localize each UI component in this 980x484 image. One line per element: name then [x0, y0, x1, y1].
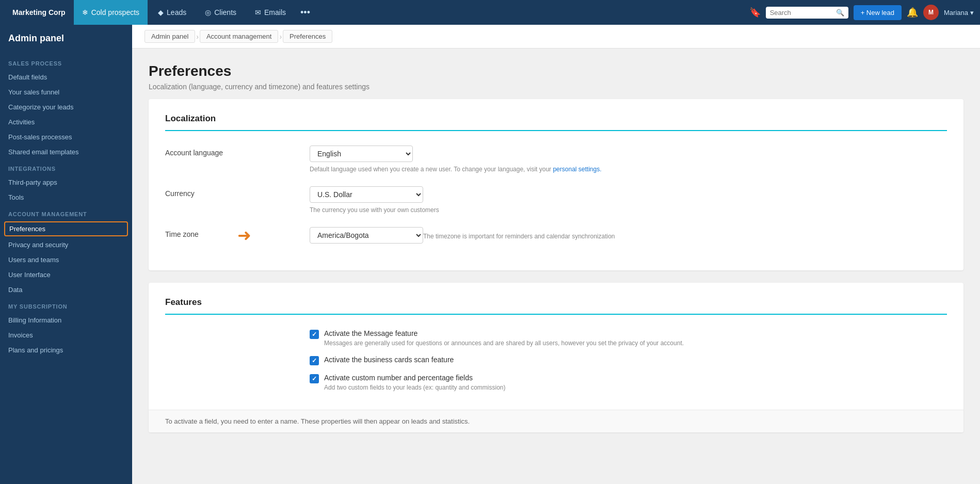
sidebar-section-account-management: Account management — [0, 205, 132, 220]
sidebar-item-default-fields[interactable]: Default fields — [0, 70, 132, 85]
page-header: Preferences Localization (language, curr… — [132, 49, 980, 99]
nav-tab-emails[interactable]: ✉ Emails — [247, 0, 294, 25]
nav-tab-clients[interactable]: ◎ Clients — [197, 0, 245, 25]
sidebar-item-post-sales[interactable]: Post-sales processes — [0, 130, 132, 144]
currency-hint: The currency you use with your own custo… — [310, 206, 947, 215]
currency-row: Currency U.S. Dollar Euro British Pound … — [165, 186, 947, 215]
message-feature-text: Activate the Message feature Messages ar… — [324, 329, 684, 348]
business-cards-checkbox[interactable] — [310, 356, 319, 365]
business-cards-text: Activate the business cards scan feature — [324, 356, 454, 364]
sidebar-item-activities[interactable]: Activities — [0, 115, 132, 130]
sidebar-section-sales-process: Sales Process — [0, 54, 132, 70]
features-section-title: Features — [165, 297, 947, 315]
avatar[interactable]: M — [923, 5, 939, 20]
currency-label: Currency — [165, 186, 310, 198]
orange-arrow-icon: ➜ — [237, 225, 251, 245]
notification-bell-icon[interactable]: 🔔 — [907, 7, 918, 18]
search-icon: 🔍 — [836, 9, 844, 17]
breadcrumb-admin-panel[interactable]: Admin panel — [144, 30, 195, 43]
new-lead-button[interactable]: + New lead — [854, 5, 902, 20]
page-title: Preferences — [149, 63, 963, 79]
clients-icon: ◎ — [205, 8, 211, 17]
brand-name: Marketing Corp — [6, 8, 72, 17]
emails-icon: ✉ — [255, 8, 261, 17]
account-language-control: English Spanish French German Portuguese… — [310, 146, 947, 174]
nav-tab-leads[interactable]: ◆ Leads — [150, 0, 195, 25]
sidebar-item-user-interface[interactable]: User Interface — [0, 267, 132, 282]
sidebar-section-integrations: Integrations — [0, 159, 132, 175]
sidebar-item-shared-email[interactable]: Shared email templates — [0, 144, 132, 159]
account-language-hint: Default language used when you create a … — [310, 165, 947, 174]
account-language-row: Account language English Spanish French … — [165, 146, 947, 174]
leads-icon: ◆ — [158, 8, 164, 17]
top-nav: Marketing Corp ❄ Cold prospects ◆ Leads … — [0, 0, 980, 25]
localization-card: Localization Account language English Sp… — [149, 99, 963, 270]
breadcrumb-sep-2: › — [279, 33, 282, 41]
sidebar-item-sales-funnel[interactable]: Your sales funnel — [0, 85, 132, 100]
cold-prospects-icon: ❄ — [82, 8, 88, 17]
custom-fields-checkbox[interactable] — [310, 374, 319, 383]
sidebar-item-data[interactable]: Data — [0, 282, 132, 297]
nav-tab-cold-prospects[interactable]: ❄ Cold prospects — [74, 0, 148, 25]
sidebar-section-subscription: My Subscription — [0, 297, 132, 313]
message-feature-checkbox[interactable] — [310, 330, 319, 339]
user-name[interactable]: Mariana ▾ — [944, 9, 974, 17]
sidebar-item-preferences[interactable]: Preferences — [4, 221, 128, 236]
more-tabs-button[interactable]: ••• — [296, 7, 314, 18]
breadcrumb: Admin panel › Account management › Prefe… — [132, 25, 980, 49]
search-input[interactable] — [770, 9, 833, 17]
custom-fields-text: Activate custom number and percentage fi… — [324, 374, 506, 392]
sidebar-item-users-teams[interactable]: Users and teams — [0, 252, 132, 267]
chevron-down-icon: ▾ — [970, 9, 974, 17]
main-content: Admin panel › Account management › Prefe… — [132, 25, 980, 484]
timezone-select[interactable]: America/Bogota America/New_York America/… — [310, 227, 423, 244]
bookmark-icon[interactable]: 🔖 — [749, 7, 761, 18]
account-language-select[interactable]: English Spanish French German Portuguese — [310, 146, 413, 162]
sidebar-title: Admin panel — [0, 33, 132, 54]
nav-right-area: 🔖 🔍 + New lead 🔔 M Mariana ▾ — [749, 5, 974, 20]
feature-item-message: Activate the Message feature Messages ar… — [310, 329, 947, 348]
sidebar-item-privacy-security[interactable]: Privacy and security — [0, 237, 132, 252]
features-content: Activate the Message feature Messages ar… — [310, 329, 947, 401]
search-box: 🔍 — [766, 7, 848, 19]
app-layout: Admin panel Sales Process Default fields… — [0, 25, 980, 484]
timezone-hint: The timezone is important for reminders … — [423, 232, 615, 241]
sidebar-item-billing[interactable]: Billing Information — [0, 313, 132, 328]
features-card: Features Activate the Message feature Me… — [149, 283, 963, 433]
timezone-row: Time zone ➜ America/Bogota America/New_Y… — [165, 227, 947, 244]
features-row: Activate the Message feature Messages ar… — [165, 329, 947, 401]
sidebar-item-third-party[interactable]: Third-party apps — [0, 175, 132, 190]
breadcrumb-account-management[interactable]: Account management — [200, 30, 278, 43]
breadcrumb-sep-1: › — [196, 33, 199, 41]
sidebar-item-tools[interactable]: Tools — [0, 190, 132, 205]
sidebar-item-invoices[interactable]: Invoices — [0, 328, 132, 343]
personal-settings-link[interactable]: personal settings. — [553, 166, 601, 173]
localization-section-title: Localization — [165, 114, 947, 131]
sidebar: Admin panel Sales Process Default fields… — [0, 25, 132, 484]
breadcrumb-preferences[interactable]: Preferences — [283, 30, 332, 43]
account-language-label: Account language — [165, 146, 310, 157]
feature-item-business-cards: Activate the business cards scan feature — [310, 356, 947, 365]
currency-control: U.S. Dollar Euro British Pound Canadian … — [310, 186, 947, 215]
feature-item-custom-fields: Activate custom number and percentage fi… — [310, 374, 947, 392]
timezone-control: ➜ America/Bogota America/New_York Americ… — [310, 227, 947, 244]
bottom-note: To activate a field, you need to enter a… — [149, 410, 963, 432]
sidebar-item-plans[interactable]: Plans and pricings — [0, 343, 132, 358]
page-subtitle: Localization (language, currency and tim… — [149, 83, 963, 91]
currency-select[interactable]: U.S. Dollar Euro British Pound Canadian … — [310, 186, 423, 203]
sidebar-item-categorize-leads[interactable]: Categorize your leads — [0, 100, 132, 115]
